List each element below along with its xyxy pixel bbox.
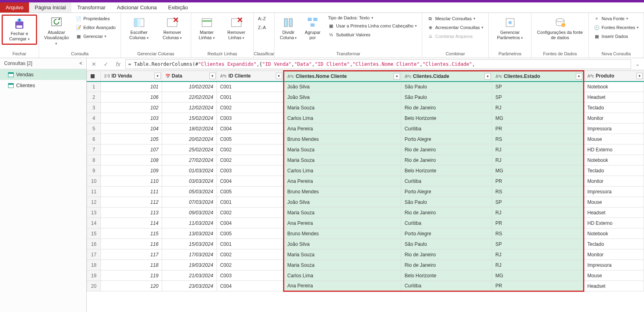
grid-cell[interactable]: 113	[101, 207, 162, 218]
datatype-icon[interactable]: Aᴮc	[495, 74, 502, 79]
grid-cell[interactable]: C001	[217, 82, 283, 92]
grid-cell[interactable]: Bruno Mendes	[283, 134, 401, 144]
grid-cell[interactable]: C001	[217, 197, 283, 207]
grid-cell[interactable]: Mouse	[584, 270, 644, 281]
row-number[interactable]: 14	[87, 218, 101, 228]
tab-view[interactable]: Exibição	[163, 2, 194, 13]
grid-cell[interactable]: RJ	[492, 207, 584, 218]
grid-cell[interactable]: C005	[217, 186, 283, 197]
grid-cell[interactable]: Rio de Janeiro	[401, 260, 492, 270]
grid-cell[interactable]: Carlos Lima	[283, 270, 401, 281]
row-number[interactable]: 4	[87, 113, 101, 124]
merge-queries-button[interactable]: ⧉Mesclar Consultas	[425, 15, 485, 23]
combine-files-button[interactable]: ⇊Combinar Arquivos	[425, 32, 485, 40]
grid-cell[interactable]: C001	[217, 92, 283, 103]
grid-cell[interactable]: Belo Horizonte	[401, 113, 492, 124]
grid-cell[interactable]: 21/03/2024	[162, 270, 217, 281]
formula-fx-button[interactable]: fx	[113, 59, 123, 69]
manage-parameters-button[interactable]: Gerenciar Parâmetros	[490, 15, 530, 42]
grid-cell[interactable]: Notebook	[584, 155, 644, 165]
grid-cell[interactable]: HD Externo	[584, 218, 644, 228]
row-number[interactable]: 12	[87, 197, 101, 207]
grid-cell[interactable]: RS	[492, 186, 584, 197]
grid-cell[interactable]: Belo Horizonte	[401, 270, 492, 281]
row-number[interactable]: 13	[87, 207, 101, 218]
row-number[interactable]: 3	[87, 103, 101, 113]
row-number[interactable]: 1	[87, 82, 101, 92]
grid-cell[interactable]: C005	[217, 228, 283, 239]
grid-cell[interactable]: 22/02/2024	[162, 92, 217, 103]
grid-cell[interactable]: RJ	[492, 260, 584, 270]
column-header[interactable]: 📅Data▼	[162, 71, 217, 82]
group-by-button[interactable]: Agrupar por	[300, 15, 325, 42]
grid-cell[interactable]: 101	[101, 82, 162, 92]
row-number[interactable]: 20	[87, 281, 101, 291]
tab-addcolumn[interactable]: Adicionar Coluna	[111, 2, 163, 13]
choose-columns-button[interactable]: Escolher Colunas	[123, 15, 156, 42]
tab-file[interactable]: Arquivo	[0, 2, 29, 13]
filter-dropdown-icon[interactable]: ▼	[276, 73, 282, 79]
properties-button[interactable]: 📄Propriedades	[74, 15, 117, 23]
grid-cell[interactable]: João Silva	[283, 239, 401, 249]
grid-cell[interactable]: SP	[492, 92, 584, 103]
grid-cell[interactable]: 103	[101, 113, 162, 124]
grid-cell[interactable]: RJ	[492, 103, 584, 113]
grid-cell[interactable]: Headset	[584, 281, 644, 291]
queries-header[interactable]: Consultas [2] <	[0, 58, 86, 69]
row-number[interactable]: 10	[87, 176, 101, 186]
grid-cell[interactable]: 15/03/2024	[162, 239, 217, 249]
grid-cell[interactable]: C004	[217, 176, 283, 186]
grid-cell[interactable]: C002	[217, 103, 283, 113]
filter-dropdown-icon[interactable]: ▼	[154, 73, 161, 79]
grid-cell[interactable]: São Paulo	[401, 239, 492, 249]
row-number[interactable]: 11	[87, 186, 101, 197]
collapse-panel-icon[interactable]: <	[79, 61, 82, 66]
row-number[interactable]: 2	[87, 92, 101, 103]
grid-cell[interactable]: SP	[492, 82, 584, 92]
grid-cell[interactable]: Teclado	[584, 103, 644, 113]
formula-input[interactable]: = Table.ReorderColumns(#"Clientes Expand…	[125, 59, 631, 69]
sort-desc-button[interactable]: Z↓A	[257, 23, 267, 31]
keep-rows-button[interactable]: Manter Linhas	[193, 15, 221, 42]
grid-cell[interactable]: Curitiba	[401, 176, 492, 186]
tab-home[interactable]: Página Inicial	[29, 2, 71, 13]
grid-cell[interactable]: Ana Pereira	[283, 176, 401, 186]
grid-cell[interactable]: Headset	[584, 207, 644, 218]
grid-cell[interactable]: São Paulo	[401, 197, 492, 207]
grid-cell[interactable]: C003	[217, 165, 283, 176]
grid-cell[interactable]: Notebook	[584, 228, 644, 239]
grid-cell[interactable]: Curitiba	[401, 124, 492, 134]
grid-cell[interactable]: Teclado	[584, 165, 644, 176]
row-number[interactable]: 15	[87, 228, 101, 239]
datatype-icon[interactable]: Aᴮc	[404, 74, 411, 79]
datatype-icon[interactable]: Aᴮc	[288, 74, 294, 79]
column-header[interactable]: AᴮcClientes.Estado▼	[492, 71, 584, 82]
column-header[interactable]: AᴮcID Cliente▼	[217, 71, 283, 82]
grid-cell[interactable]: Rio de Janeiro	[401, 155, 492, 165]
append-queries-button[interactable]: ⊕Acrescentar Consultas	[425, 23, 485, 31]
grid-cell[interactable]: C002	[217, 144, 283, 155]
grid-cell[interactable]: 25/02/2024	[162, 144, 217, 155]
datatype-icon[interactable]: 1²3	[104, 74, 110, 78]
grid-cell[interactable]: 09/03/2024	[162, 207, 217, 218]
grid-cell[interactable]: Mouse	[584, 197, 644, 207]
grid-cell[interactable]: 20/02/2024	[162, 134, 217, 144]
grid-cell[interactable]: SP	[492, 239, 584, 249]
grid-cell[interactable]: RJ	[492, 249, 584, 260]
grid-cell[interactable]: RS	[492, 228, 584, 239]
grid-cell[interactable]: 07/03/2024	[162, 197, 217, 207]
first-row-header-button[interactable]: ▦Usar a Primeira Linha como Cabeçalho	[326, 22, 419, 30]
grid-cell[interactable]: 15/02/2024	[162, 113, 217, 124]
grid-cell[interactable]: Maria Souza	[283, 103, 401, 113]
grid-cell[interactable]: Maria Souza	[283, 144, 401, 155]
grid-cell[interactable]: Teclado	[584, 239, 644, 249]
grid-cell[interactable]: Porto Alegre	[401, 186, 492, 197]
recent-sources-button[interactable]: 🕘Fontes Recentes	[592, 23, 640, 31]
row-number[interactable]: 8	[87, 155, 101, 165]
grid-cell[interactable]: RJ	[492, 155, 584, 165]
grid-cell[interactable]: Maria Souza	[283, 207, 401, 218]
query-item-vendas[interactable]: Vendas	[0, 69, 86, 80]
grid-cell[interactable]: PR	[492, 281, 584, 291]
row-number[interactable]: 9	[87, 165, 101, 176]
datatype-icon[interactable]: Aᴮc	[588, 74, 594, 78]
